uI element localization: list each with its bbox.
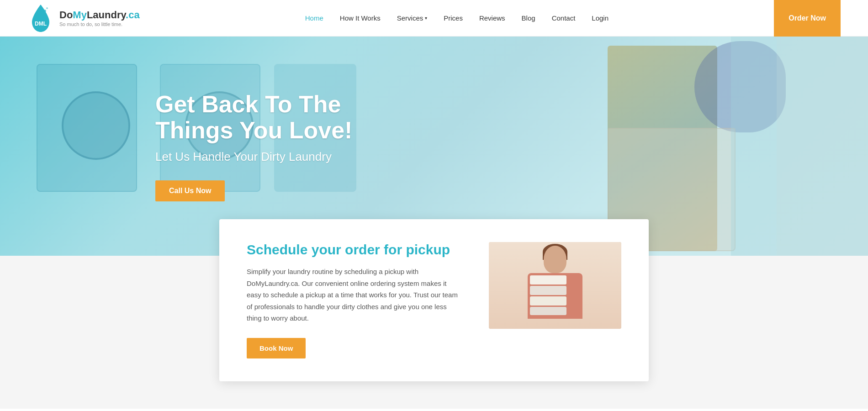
main-nav: Home How It Works Services ▾ Prices Revi… [305,14,609,22]
towel-4 [530,307,566,315]
machine-circle-1 [62,91,130,160]
card-content: Schedule your order for pickup Simplify … [247,242,461,358]
towel-stack [530,275,580,315]
pickup-card: Schedule your order for pickup Simplify … [219,219,649,381]
book-now-button[interactable]: Book Now [247,338,306,358]
order-now-button[interactable]: Order Now [774,0,841,37]
nav-how-it-works[interactable]: How It Works [340,14,381,22]
card-image [489,242,621,329]
nav-login[interactable]: Login [592,14,609,22]
logo-name: DoMyLaundry.ca [59,9,140,21]
logo-text: DoMyLaundry.ca So much to do, so little … [59,9,140,26]
nav-prices[interactable]: Prices [444,14,463,22]
nav-blog[interactable]: Blog [522,14,535,22]
hero-content: Get Back To The Things You Love! Let Us … [155,91,352,201]
nav-reviews[interactable]: Reviews [479,14,505,22]
card-body: Simplify your laundry routine by schedul… [247,266,461,324]
svg-point-2 [46,7,48,9]
logo-tagline: So much to do, so little time. [59,21,140,27]
hero-title: Get Back To The Things You Love! [155,91,352,143]
towel-3 [530,296,566,306]
person-head [544,246,566,273]
logo[interactable]: DML DoMyLaundry.ca So much to do, so lit… [27,3,140,34]
site-header: DML DoMyLaundry.ca So much to do, so lit… [0,0,868,37]
call-us-now-button[interactable]: Call Us Now [155,180,225,201]
card-title: Schedule your order for pickup [247,242,461,258]
svg-point-1 [43,10,46,12]
towel-1 [530,275,566,285]
nav-contact[interactable]: Contact [552,14,576,22]
chevron-down-icon: ▾ [425,16,427,21]
machine-right-1 [777,37,868,256]
machine-right-2 [731,37,777,256]
towel-2 [530,286,566,295]
nav-services[interactable]: Services ▾ [397,14,428,22]
logo-icon: DML [27,3,54,34]
nav-home[interactable]: Home [305,14,323,22]
svg-text:DML: DML [35,21,47,27]
hero-subtitle: Let Us Handle Your Dirty Laundry [155,150,352,164]
